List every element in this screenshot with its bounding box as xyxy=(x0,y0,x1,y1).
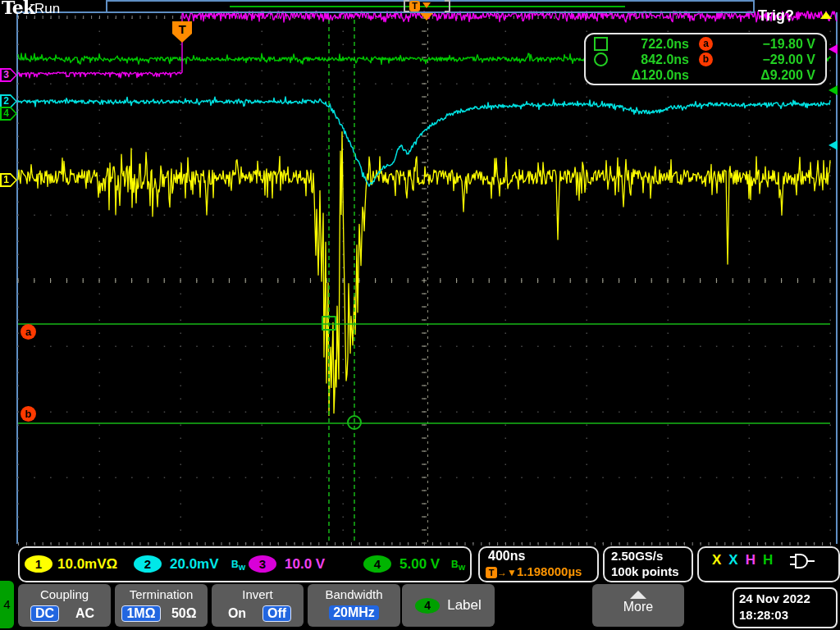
channel-readout-bar: 1 10.0mVΩ 2 20.0mV BW 3 10.0 V 4 5.00 V … xyxy=(18,546,472,582)
timebase-scale: 400ns xyxy=(488,549,525,564)
bandwidth-button[interactable]: Bandwidth 20MHz xyxy=(308,584,400,627)
coupling-ac-option[interactable]: AC xyxy=(71,606,98,621)
waveform-canvas xyxy=(0,0,840,630)
trigger-t-icon: T xyxy=(486,567,497,578)
coupling-dc-option[interactable]: DC xyxy=(30,605,59,622)
sample-rate: 2.50GS/s xyxy=(611,549,663,563)
trigger-state-ch2: X xyxy=(728,552,737,570)
square-cursor-icon xyxy=(594,37,608,51)
acquisition-status: Run xyxy=(34,1,60,17)
timebase-readout: 400ns T→▼1.198000µs xyxy=(478,546,599,582)
ch2-bw-limit-indicator: BW xyxy=(231,559,245,572)
cursor-b-badge[interactable]: b xyxy=(21,406,36,422)
record-bar-right-cap xyxy=(753,0,755,13)
cursor-readout-box: 722.0ns a −19.80 V 842.0ns b −29.00 V Δ1… xyxy=(584,33,827,85)
termination-1m-option[interactable]: 1MΩ xyxy=(121,605,160,622)
ch2-scale: 20.0mV xyxy=(170,556,219,573)
window-bracket-right[interactable] xyxy=(445,0,450,12)
trigger-state-ch4: H xyxy=(763,552,773,570)
trigger-pattern: X X H H xyxy=(712,552,816,570)
ch4-scale: 5.00 V xyxy=(399,556,440,573)
record-bar-bottom-line xyxy=(16,11,755,13)
time-text: 18:28:03 xyxy=(739,607,836,623)
delay-arrow-icon: →▼ xyxy=(497,567,517,578)
cursor-b-time: 842.0ns xyxy=(612,52,689,67)
invert-title: Invert xyxy=(212,587,304,601)
timebase-delay: T→▼1.198000µs xyxy=(486,564,582,579)
window-bracket-left[interactable] xyxy=(404,0,409,12)
record-position-icon xyxy=(422,2,431,8)
termination-50-option[interactable]: 50Ω xyxy=(167,606,201,621)
delay-value: 1.198000µs xyxy=(517,564,582,578)
record-bar-left-cap xyxy=(106,0,107,13)
trigger-state-ch3: H xyxy=(746,552,756,570)
tek-logo: Tek xyxy=(2,0,34,18)
invert-on-option[interactable]: On xyxy=(224,606,250,621)
cursor-b-value: −29.00 V xyxy=(719,52,815,67)
ch3-badge[interactable]: 3 xyxy=(249,555,276,573)
ch2-badge[interactable]: 2 xyxy=(134,555,162,573)
coupling-button[interactable]: Coupling DC AC xyxy=(18,584,111,627)
coupling-title: Coupling xyxy=(18,587,111,601)
cursor-delta-row: Δ120.0ns Δ9.200 V xyxy=(586,67,825,83)
bandwidth-value-option[interactable]: 20MHz xyxy=(329,605,379,620)
cursor-b-row: 842.0ns b −29.00 V xyxy=(586,52,825,67)
cursor-b-badge-small: b xyxy=(699,52,713,66)
cursor-a-badge[interactable]: a xyxy=(21,324,36,340)
termination-button[interactable]: Termination 1MΩ 50Ω xyxy=(115,584,208,627)
record-length: 100k points xyxy=(611,564,679,578)
ch3-scale: 10.0 V xyxy=(285,556,325,573)
more-button[interactable]: More xyxy=(592,584,684,627)
ch1-badge[interactable]: 1 xyxy=(25,555,52,573)
acquisition-readout: 2.50GS/s 100k points xyxy=(603,546,693,582)
oscilloscope-screen: Tek Run Trig? T 3 2 4 1 T a b 722.0ns a … xyxy=(0,0,840,630)
more-title: More xyxy=(592,600,684,614)
cursor-a-value: −19.80 V xyxy=(719,37,815,52)
invert-off-option[interactable]: Off xyxy=(262,605,291,622)
termination-title: Termination xyxy=(115,587,208,601)
record-bar-top-line xyxy=(107,0,755,2)
cursor-a-time: 722.0ns xyxy=(612,37,689,52)
bandwidth-title: Bandwidth xyxy=(308,587,400,601)
label-channel-badge: 4 xyxy=(415,598,440,614)
ch1-trigger-level-offscreen-icon xyxy=(820,11,832,19)
ch1-scale: 10.0mVΩ xyxy=(57,556,117,573)
logic-gate-icon xyxy=(788,552,816,570)
ch4-badge[interactable]: 4 xyxy=(363,555,391,573)
cursor-a-row: 722.0ns a −19.80 V xyxy=(586,36,825,52)
circle-cursor-icon xyxy=(594,52,608,66)
trigger-position-icon[interactable] xyxy=(420,13,433,21)
cursor-delta-value: Δ9.200 V xyxy=(719,68,815,83)
record-trigger-marker: T xyxy=(409,1,420,11)
ch4-bw-limit-indicator: BW xyxy=(451,559,465,572)
cursor-delta-time: Δ120.0ns xyxy=(612,68,689,83)
trigger-status: Trig? xyxy=(758,7,794,25)
trigger-readout: X X H H xyxy=(697,546,840,582)
more-up-arrow-icon xyxy=(630,591,646,599)
cursor-a-badge-small: a xyxy=(699,37,713,51)
label-button[interactable]: 4 Label xyxy=(402,584,495,627)
trigger-state-ch1: X xyxy=(712,552,721,570)
active-channel-tab: 4 xyxy=(0,581,14,628)
label-title: Label xyxy=(447,597,482,614)
datetime-box: 24 Nov 2022 18:28:03 xyxy=(733,587,838,628)
date-text: 24 Nov 2022 xyxy=(739,591,836,607)
invert-button[interactable]: Invert On Off xyxy=(212,584,304,627)
